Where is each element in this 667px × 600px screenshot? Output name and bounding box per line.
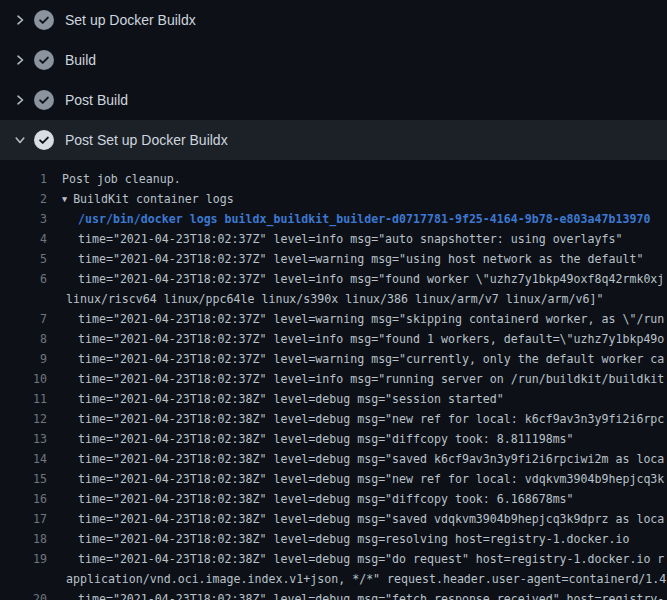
log-message-text: time="2021-04-23T18:02:37Z" level=info m… — [78, 369, 664, 389]
log-message-text: time="2021-04-23T18:02:38Z" level=debug … — [78, 489, 574, 509]
chevron-right-icon — [13, 53, 27, 67]
line-number[interactable]: 5 — [0, 249, 47, 269]
log-row: 19time="2021-04-23T18:02:38Z" level=debu… — [0, 549, 667, 569]
line-number[interactable]: 17 — [0, 509, 47, 529]
log-message-text: linux/riscv64 linux/ppc64le linux/s390x … — [66, 289, 603, 309]
line-number[interactable]: 2 — [0, 189, 47, 209]
log-group-toggle[interactable]: ▼BuildKit container logs — [62, 189, 234, 209]
log-message-text: time="2021-04-23T18:02:38Z" level=debug … — [78, 409, 664, 429]
step-label: Post Set up Docker Buildx — [65, 130, 228, 150]
line-number[interactable]: 16 — [0, 489, 47, 509]
line-number[interactable]: 12 — [0, 409, 47, 429]
step-row[interactable]: Build — [0, 40, 667, 80]
log-row: application/vnd.oci.image.index.v1+json,… — [0, 569, 667, 589]
log-row: 2▼BuildKit container logs — [0, 189, 667, 209]
line-number[interactable]: 10 — [0, 369, 47, 389]
line-number[interactable]: 4 — [0, 229, 47, 249]
log-message-text: time="2021-04-23T18:02:37Z" level=info m… — [78, 269, 664, 289]
line-number[interactable]: 7 — [0, 309, 47, 329]
log-row: 7time="2021-04-23T18:02:37Z" level=warni… — [0, 309, 667, 329]
log-row: 10time="2021-04-23T18:02:37Z" level=info… — [0, 369, 667, 389]
log-message-text: time="2021-04-23T18:02:37Z" level=warnin… — [78, 249, 643, 269]
log-row: 16time="2021-04-23T18:02:38Z" level=debu… — [0, 489, 667, 509]
line-number[interactable]: 18 — [0, 529, 47, 549]
log-message-text: time="2021-04-23T18:02:38Z" level=debug … — [78, 429, 574, 449]
chevron-right-icon — [13, 93, 27, 107]
log-message-text: time="2021-04-23T18:02:38Z" level=debug … — [78, 449, 664, 469]
actions-log-viewer: Set up Docker BuildxBuildPost BuildPost … — [0, 0, 667, 600]
log-row: 18time="2021-04-23T18:02:38Z" level=debu… — [0, 529, 667, 549]
chevron-right-icon — [13, 13, 27, 27]
line-number[interactable]: 13 — [0, 429, 47, 449]
log-row: 9time="2021-04-23T18:02:37Z" level=warni… — [0, 349, 667, 369]
log-group-title: BuildKit container logs — [73, 192, 234, 206]
triangle-down-icon: ▼ — [62, 189, 67, 209]
line-number[interactable]: 20 — [0, 589, 47, 600]
log-row: 15time="2021-04-23T18:02:38Z" level=debu… — [0, 469, 667, 489]
step-label: Build — [65, 50, 96, 70]
log-lines: 1Post job cleanup.2▼BuildKit container l… — [0, 160, 667, 600]
log-row: 6time="2021-04-23T18:02:37Z" level=info … — [0, 269, 667, 289]
log-message-text: time="2021-04-23T18:02:37Z" level=info m… — [78, 229, 622, 249]
log-message-text: application/vnd.oci.image.index.v1+json,… — [66, 569, 666, 589]
log-row: linux/riscv64 linux/ppc64le linux/s390x … — [0, 289, 667, 309]
log-message-text: time="2021-04-23T18:02:38Z" level=debug … — [78, 469, 664, 489]
check-circle-icon — [34, 50, 54, 70]
chevron-down-icon — [13, 133, 27, 147]
log-message-text: time="2021-04-23T18:02:38Z" level=debug … — [78, 549, 664, 569]
step-row[interactable]: Set up Docker Buildx — [0, 0, 667, 40]
log-message-text: time="2021-04-23T18:02:38Z" level=debug … — [78, 509, 664, 529]
log-row: 20time="2021-04-23T18:02:38Z" level=debu… — [0, 589, 667, 600]
log-message-text: time="2021-04-23T18:02:38Z" level=debug … — [78, 589, 664, 600]
line-number[interactable]: 14 — [0, 449, 47, 469]
line-number[interactable]: 3 — [0, 209, 47, 229]
log-row: 14time="2021-04-23T18:02:38Z" level=debu… — [0, 449, 667, 469]
log-message-text: time="2021-04-23T18:02:37Z" level=info m… — [78, 329, 664, 349]
line-number[interactable]: 1 — [0, 169, 47, 189]
log-row: 13time="2021-04-23T18:02:38Z" level=debu… — [0, 429, 667, 449]
steps-list: Set up Docker BuildxBuildPost BuildPost … — [0, 0, 667, 160]
log-message-text: time="2021-04-23T18:02:38Z" level=debug … — [78, 389, 504, 409]
line-number[interactable]: 6 — [0, 269, 47, 289]
log-row: 11time="2021-04-23T18:02:38Z" level=debu… — [0, 389, 667, 409]
step-label: Post Build — [65, 90, 128, 110]
line-number[interactable]: 9 — [0, 349, 47, 369]
line-number[interactable]: 8 — [0, 329, 47, 349]
log-message-text: Post job cleanup. — [62, 169, 181, 189]
line-number[interactable]: 15 — [0, 469, 47, 489]
log-row: 8time="2021-04-23T18:02:37Z" level=info … — [0, 329, 667, 349]
log-row: 3/usr/bin/docker logs buildx_buildkit_bu… — [0, 209, 667, 229]
log-row: 5time="2021-04-23T18:02:37Z" level=warni… — [0, 249, 667, 269]
log-message-text: time="2021-04-23T18:02:38Z" level=debug … — [78, 529, 629, 549]
log-row: 17time="2021-04-23T18:02:38Z" level=debu… — [0, 509, 667, 529]
check-circle-icon — [34, 10, 54, 30]
check-circle-icon — [34, 130, 54, 150]
log-row: 1Post job cleanup. — [0, 169, 667, 189]
line-number[interactable]: 11 — [0, 389, 47, 409]
line-number[interactable]: 19 — [0, 549, 47, 569]
log-message-text: time="2021-04-23T18:02:37Z" level=warnin… — [78, 349, 664, 369]
step-row[interactable]: Post Set up Docker Buildx — [0, 120, 667, 160]
step-row[interactable]: Post Build — [0, 80, 667, 120]
log-message-text: time="2021-04-23T18:02:37Z" level=warnin… — [78, 309, 664, 329]
step-label: Set up Docker Buildx — [65, 10, 196, 30]
log-row: 4time="2021-04-23T18:02:37Z" level=info … — [0, 229, 667, 249]
log-row: 12time="2021-04-23T18:02:38Z" level=debu… — [0, 409, 667, 429]
check-circle-icon — [34, 90, 54, 110]
log-command-text: /usr/bin/docker logs buildx_buildkit_bui… — [78, 209, 650, 229]
